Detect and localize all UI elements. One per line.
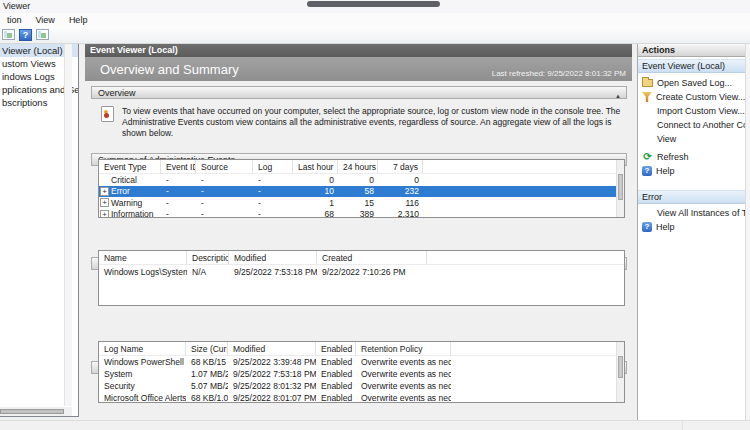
cell: - xyxy=(253,209,293,218)
cell: 9/25/2022 8:01:32 PM xyxy=(228,381,316,391)
action-help-error[interactable]: ? Help xyxy=(638,220,750,234)
cell: Overwrite events as nec... xyxy=(356,369,451,379)
table-row-microsoft-office-alerts[interactable]: Microsoft Office Alerts 68 KB/1.0... 9/2… xyxy=(99,392,624,403)
overview-summary-banner: Overview and Summary Last refreshed: 9/2… xyxy=(85,57,632,81)
help-icon: ? xyxy=(642,166,652,176)
actions-section-error[interactable]: Error xyxy=(638,190,750,204)
menu-help[interactable]: Help xyxy=(62,15,95,25)
cell: - xyxy=(253,186,293,196)
menu-action[interactable]: tion xyxy=(0,15,29,25)
cell: 2,310 xyxy=(378,209,423,218)
cell: - xyxy=(196,186,253,196)
action-refresh[interactable]: ⟳ Refresh xyxy=(638,150,750,164)
tree-vertical-scrollbar[interactable] xyxy=(64,44,72,406)
help-icon[interactable]: ? xyxy=(19,29,32,41)
help-icon: ? xyxy=(642,222,652,232)
action-label: View All Instances of This Even xyxy=(657,208,750,218)
refresh-icon: ⟳ xyxy=(642,152,653,162)
table-row-windows-logs-system[interactable]: Windows Logs\System N/A 9/25/2022 7:53:1… xyxy=(99,265,624,278)
cell: 68 xyxy=(293,209,338,218)
action-create-custom-view[interactable]: Create Custom View... xyxy=(638,90,750,104)
col-size[interactable]: Size (Curr... xyxy=(186,342,228,356)
cell: 68 KB/15 ... xyxy=(186,357,228,367)
action-label: Create Custom View... xyxy=(656,92,745,102)
actions-pane-scrollbar-track[interactable] xyxy=(745,44,750,420)
col-24-hours[interactable]: 24 hours xyxy=(338,160,378,174)
cell: Windows Logs\System xyxy=(99,267,187,277)
log-table-scrollbar[interactable] xyxy=(616,342,624,402)
action-help[interactable]: ? Help xyxy=(638,164,750,178)
table-row-error[interactable]: +Error - - - 10 58 232 xyxy=(99,186,624,198)
event-type-label: Critical xyxy=(111,175,137,185)
action-view-all-instances[interactable]: View All Instances of This Even xyxy=(638,206,750,220)
recent-table: Name Description Modified Created Window… xyxy=(98,250,625,306)
col-modified[interactable]: Modified xyxy=(228,342,316,356)
toolbar: ? xyxy=(0,26,750,44)
screen-indicator-pill xyxy=(307,1,440,7)
menu-view[interactable]: View xyxy=(29,15,62,25)
show-action-pane-icon[interactable] xyxy=(36,29,49,40)
col-event-type[interactable]: Event Type xyxy=(99,160,161,174)
event-log-icon xyxy=(101,106,114,122)
table-row-information[interactable]: +Information - - - 68 389 2,310 xyxy=(99,209,624,219)
filter-funnel-icon xyxy=(642,92,652,102)
expand-icon[interactable]: + xyxy=(100,187,109,196)
col-7-days[interactable]: 7 days xyxy=(378,160,423,174)
col-log[interactable]: Log xyxy=(253,160,293,174)
summary-table-scrollbar[interactable] xyxy=(616,160,624,217)
col-description[interactable]: Description xyxy=(187,251,229,265)
table-row-warning[interactable]: +Warning - - - 1 15 116 xyxy=(99,197,624,209)
expand-icon[interactable]: + xyxy=(100,198,109,207)
bottom-separator xyxy=(682,421,683,430)
actions-section-event-viewer[interactable]: Event Viewer (Local) xyxy=(638,59,750,73)
menu-bar: tion View Help xyxy=(0,13,750,26)
cell: 10 xyxy=(293,186,338,196)
scrollbar-thumb[interactable] xyxy=(618,174,623,200)
col-filler xyxy=(427,251,624,265)
action-view[interactable]: View xyxy=(638,132,750,146)
col-last-hour[interactable]: Last hour xyxy=(293,160,338,174)
summary-table-header: Event Type Event ID Source Log Last hour… xyxy=(99,160,624,174)
cell: Enabled xyxy=(316,393,356,403)
action-label: Refresh xyxy=(657,152,689,162)
table-row-critical[interactable]: Critical - - - 0 0 0 xyxy=(99,174,624,186)
page-title: Overview and Summary xyxy=(85,62,492,77)
col-enabled[interactable]: Enabled xyxy=(316,342,356,356)
event-type-label: Warning xyxy=(111,198,142,208)
col-source[interactable]: Source xyxy=(196,160,253,174)
scrollbar-thumb[interactable] xyxy=(618,356,623,378)
col-retention-policy[interactable]: Retention Policy xyxy=(356,342,451,356)
scrollbar-thumb[interactable] xyxy=(0,409,64,414)
cell: 9/22/2022 7:10:26 PM xyxy=(317,267,427,277)
col-filler xyxy=(423,160,624,174)
col-name[interactable]: Name xyxy=(99,251,187,265)
action-import-custom-view[interactable]: Import Custom View... xyxy=(638,104,750,118)
show-console-tree-icon[interactable] xyxy=(2,29,15,40)
overview-section-header[interactable]: Overview ▲ xyxy=(91,86,627,99)
col-created[interactable]: Created xyxy=(317,251,427,265)
cell: 0 xyxy=(338,175,378,185)
tree-horizontal-scrollbar[interactable] xyxy=(0,407,72,416)
action-open-saved-log[interactable]: Open Saved Log... xyxy=(638,76,750,90)
results-pane-title: Event Viewer (Local) xyxy=(85,44,632,57)
expand-icon[interactable]: + xyxy=(100,210,109,218)
col-event-id[interactable]: Event ID xyxy=(161,160,196,174)
cell: Overwrite events as nec... xyxy=(356,357,451,367)
action-connect-to-another-computer[interactable]: Connect to Another Computer xyxy=(638,118,750,132)
cell: 68 KB/1.0... xyxy=(186,393,228,403)
table-row-system[interactable]: System 1.07 MB/2... 9/25/2022 7:53:18 PM… xyxy=(99,368,624,380)
cell: 5.07 MB/2... xyxy=(186,381,228,391)
col-filler xyxy=(451,342,624,356)
col-modified[interactable]: Modified xyxy=(229,251,317,265)
cell: Enabled xyxy=(316,369,356,379)
cell: 9/25/2022 8:01:07 PM xyxy=(228,393,316,403)
window-bottom-strip xyxy=(0,420,750,430)
cell: 9/25/2022 7:53:18 PM xyxy=(229,267,317,277)
cell: - xyxy=(161,186,196,196)
cell: Enabled xyxy=(316,381,356,391)
cell: Security xyxy=(99,381,186,391)
overview-description: To view events that have occurred on you… xyxy=(122,106,621,139)
col-log-name[interactable]: Log Name xyxy=(99,342,186,356)
table-row-security[interactable]: Security 5.07 MB/2... 9/25/2022 8:01:32 … xyxy=(99,380,624,392)
table-row-windows-powershell[interactable]: Windows PowerShell 68 KB/15 ... 9/25/202… xyxy=(99,356,624,368)
